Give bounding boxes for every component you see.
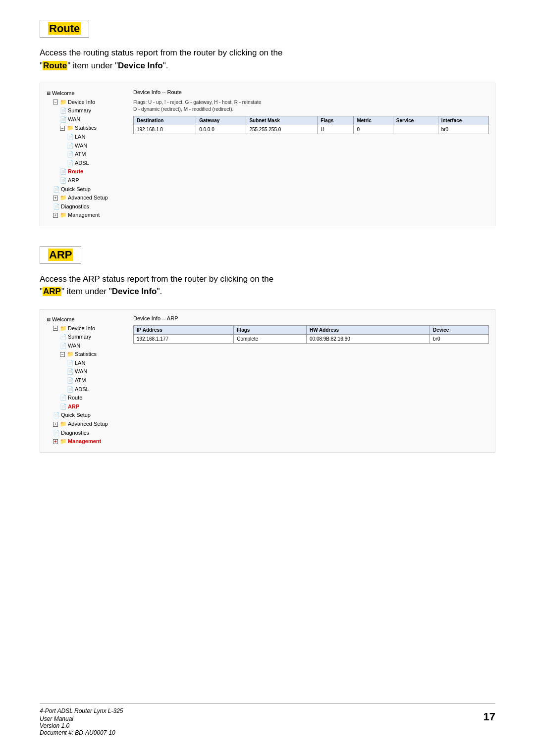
tree-advanced-setup: + 📁 Advanced Setup [53, 194, 125, 202]
arp-tree-diagnostics: 📄 Diagnostics [53, 429, 125, 438]
col-device: Device [430, 325, 489, 334]
page-icon-diag2: 📄 [53, 429, 60, 438]
tree-quick-setup: 📄 Quick Setup [53, 185, 125, 194]
tree-diagnostics: 📄 Diagnostics [53, 202, 125, 211]
arp-table-row: 192.168.1.177 Complete 00:08:9B:82:16:60… [134, 334, 489, 343]
page-icon-lan: 📄 [67, 133, 74, 142]
page-icon-qs2: 📄 [53, 411, 60, 420]
folder-icon-mgmt2: 📁 [60, 437, 67, 446]
col-ip-address: IP Address [134, 325, 234, 334]
arp-tree-wan: 📄 WAN [60, 342, 125, 351]
arp-section: ARP Access the ARP status report from th… [40, 246, 495, 453]
arp-title-box: ARP [40, 246, 81, 264]
device-info-keyword-2: Device Info [112, 287, 157, 296]
device-info-keyword-1: Device Info [118, 61, 163, 70]
arp-tree-wan2: 📄 WAN [67, 367, 125, 376]
tree-lan: 📄 LAN [67, 133, 125, 142]
col-arp-flags: Flags [234, 325, 307, 334]
col-hw-address: HW Address [306, 325, 429, 334]
tree-wan: 📄 WAN [60, 115, 125, 124]
collapse-icon-2: − [53, 326, 58, 331]
route-flags-text: Flags: U - up, ! - reject, G - gateway, … [133, 99, 489, 113]
route-title: Route [48, 22, 81, 35]
folder-icon: 📁 [60, 98, 67, 107]
col-service: Service [393, 116, 438, 125]
footer-document: Document #: BD-AU0007-10 [40, 729, 495, 736]
route-tree-nav: 🖥 Welcome − 📁 Device Info 📄 Summary 📄 WA… [46, 89, 125, 220]
col-destination: Destination [134, 116, 196, 125]
page-icon-adsl2: 📄 [67, 385, 74, 394]
page-icon-arp2: 📄 [60, 403, 67, 411]
expand-icon-stats: − [60, 126, 65, 131]
page-icon-wan3: 📄 [60, 342, 67, 351]
page-icon-diag: 📄 [53, 202, 60, 211]
page-icon-arp: 📄 [60, 176, 67, 185]
footer-product: 4-Port ADSL Router Lynx L-325 [40, 707, 495, 714]
tree-arp: 📄 ARP [60, 176, 125, 185]
folder-icon-adv2: 📁 [60, 420, 67, 429]
col-subnet-mask: Subnet Mask [246, 116, 318, 125]
cell-destination: 192.168.1.0 [134, 125, 196, 134]
folder-icon-adv: 📁 [60, 194, 67, 202]
route-content-area: Device Info -- Route Flags: U - up, ! - … [133, 89, 489, 220]
expand-icon-adv: + [53, 196, 58, 201]
collapse-icon: − [53, 100, 58, 104]
arp-tree-atm: 📄 ATM [67, 376, 125, 385]
page-icon-sum2: 📄 [60, 333, 67, 342]
arp-title: ARP [48, 249, 73, 261]
arp-table: IP Address Flags HW Address Device 192.1… [133, 325, 489, 344]
route-title-box: Route [40, 20, 89, 38]
footer-manual: User Manual [40, 715, 495, 722]
col-gateway: Gateway [196, 116, 246, 125]
arp-table-header-row: IP Address Flags HW Address Device [134, 325, 489, 334]
tree-summary: 📄 Summary [60, 106, 125, 115]
tree-welcome: 🖥 Welcome [46, 89, 125, 98]
route-section: Route Access the routing status report f… [40, 20, 495, 226]
page-icon-route: 📄 [60, 167, 67, 176]
cell-flags: U [318, 125, 354, 134]
route-keyword: Route [43, 61, 67, 70]
tree-wan2: 📄 WAN [67, 142, 125, 151]
tree-device-info: − 📁 Device Info [53, 98, 125, 107]
col-metric: Metric [354, 116, 393, 125]
tree-route-selected: 📄 Route [60, 167, 125, 176]
arp-tree-statistics: − 📁 Statistics [60, 350, 125, 359]
arp-tree-route: 📄 Route [60, 394, 125, 403]
page-icon-wan2: 📄 [67, 142, 74, 151]
cell-hw-address: 00:08:9B:82:16:60 [306, 334, 429, 343]
arp-tree-arp-selected: 📄 ARP [60, 403, 125, 411]
page-icon-route2: 📄 [60, 394, 67, 403]
page-footer: 4-Port ADSL Router Lynx L-325 User Manua… [40, 703, 495, 736]
page-icon-2: 📄 [60, 115, 67, 124]
arp-tree-lan: 📄 LAN [67, 359, 125, 368]
arp-tree-device-info: − 📁 Device Info [53, 324, 125, 333]
page-icon-qs: 📄 [53, 185, 60, 194]
monitor-icon: 🖥 [46, 90, 51, 98]
arp-tree-management: + 📁 Management [53, 437, 125, 446]
arp-description: Access the ARP status report from the ro… [40, 273, 495, 298]
col-flags: Flags [318, 116, 354, 125]
cell-service [393, 125, 438, 134]
cell-gateway: 0.0.0.0 [196, 125, 246, 134]
collapse-icon-stats2: − [60, 352, 65, 357]
footer-page-number: 17 [483, 710, 495, 723]
arp-tree-adsl: 📄 ADSL [67, 385, 125, 394]
route-table-header-row: Destination Gateway Subnet Mask Flags Me… [134, 116, 489, 125]
expand-icon-adv2: + [53, 422, 58, 427]
page-icon-atm2: 📄 [67, 376, 74, 385]
cell-ip: 192.168.1.177 [134, 334, 234, 343]
page-icon-adsl: 📄 [67, 159, 74, 168]
col-interface: Interface [438, 116, 488, 125]
tree-adsl: 📄 ADSL [67, 159, 125, 168]
route-screenshot-panel: 🖥 Welcome − 📁 Device Info 📄 Summary 📄 WA… [40, 83, 495, 226]
footer-version: Version 1.0 [40, 722, 495, 729]
cell-device: br0 [430, 334, 489, 343]
arp-nav-title: Device Info -- ARP [133, 315, 489, 321]
arp-screenshot-panel: 🖥 Welcome − 📁 Device Info 📄 Summary 📄 WA… [40, 309, 495, 453]
arp-tree-summary: 📄 Summary [60, 333, 125, 342]
page-icon: 📄 [60, 106, 67, 115]
page-icon-atm: 📄 [67, 150, 74, 159]
arp-keyword: ARP [43, 287, 61, 296]
arp-content-area: Device Info -- ARP IP Address Flags HW A… [133, 315, 489, 446]
folder-icon-stats2: 📁 [67, 350, 74, 359]
